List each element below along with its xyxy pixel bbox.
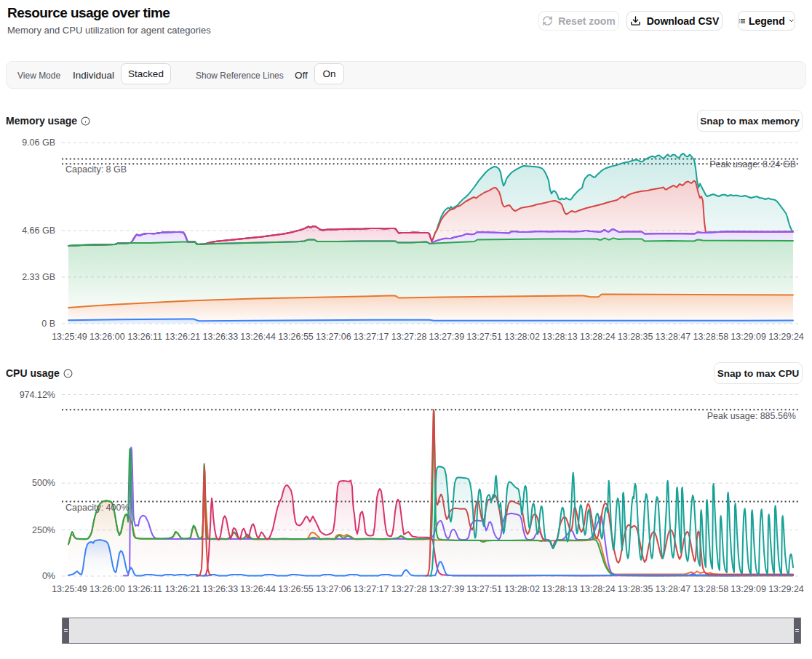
svg-text:0%: 0% [42, 571, 55, 581]
svg-text:13:28:35: 13:28:35 [618, 332, 653, 342]
svg-text:13:28:02: 13:28:02 [504, 584, 540, 594]
svg-text:13:29:24: 13:29:24 [768, 332, 804, 342]
svg-text:13:27:39: 13:27:39 [429, 584, 465, 594]
svg-text:13:26:55: 13:26:55 [278, 584, 314, 594]
svg-text:13:28:35: 13:28:35 [618, 584, 653, 594]
svg-text:13:28:47: 13:28:47 [656, 332, 691, 342]
svg-text:13:25:49: 13:25:49 [52, 332, 87, 342]
svg-text:Capacity: 8 GB: Capacity: 8 GB [65, 164, 127, 175]
svg-text:13:27:06: 13:27:06 [316, 584, 351, 594]
svg-text:13:28:02: 13:28:02 [504, 332, 540, 342]
svg-text:13:26:33: 13:26:33 [203, 584, 239, 594]
svg-text:13:28:58: 13:28:58 [693, 584, 728, 594]
svg-text:0 B: 0 B [41, 319, 55, 329]
svg-text:13:28:47: 13:28:47 [656, 584, 691, 594]
svg-text:Capacity: 400%: Capacity: 400% [65, 503, 130, 513]
svg-text:13:27:28: 13:27:28 [391, 584, 427, 594]
svg-text:13:25:49: 13:25:49 [52, 584, 87, 594]
svg-text:974.12%: 974.12% [20, 390, 55, 400]
svg-text:13:26:00: 13:26:00 [89, 584, 125, 594]
svg-text:13:27:06: 13:27:06 [316, 332, 351, 342]
svg-text:500%: 500% [32, 478, 55, 488]
svg-text:13:28:24: 13:28:24 [580, 584, 616, 594]
svg-text:13:28:58: 13:28:58 [693, 332, 728, 342]
svg-text:13:28:24: 13:28:24 [580, 332, 616, 342]
svg-text:2.33 GB: 2.33 GB [22, 272, 55, 282]
svg-text:13:27:17: 13:27:17 [354, 332, 389, 342]
svg-text:13:26:11: 13:26:11 [127, 332, 162, 342]
svg-text:13:27:51: 13:27:51 [466, 584, 502, 594]
svg-text:13:26:21: 13:26:21 [165, 584, 201, 594]
svg-text:9.06 GB: 9.06 GB [22, 137, 55, 148]
svg-text:13:26:11: 13:26:11 [127, 584, 162, 594]
svg-text:13:29:09: 13:29:09 [731, 584, 766, 594]
svg-text:13:29:24: 13:29:24 [768, 584, 804, 594]
svg-text:13:29:09: 13:29:09 [731, 332, 766, 342]
svg-text:13:26:55: 13:26:55 [278, 332, 314, 342]
svg-text:13:27:51: 13:27:51 [466, 332, 502, 342]
svg-text:250%: 250% [32, 525, 55, 535]
svg-text:13:26:44: 13:26:44 [240, 584, 276, 594]
svg-text:13:26:21: 13:26:21 [165, 332, 201, 342]
svg-text:13:27:28: 13:27:28 [391, 332, 427, 342]
svg-text:13:27:39: 13:27:39 [429, 332, 465, 342]
svg-text:13:26:00: 13:26:00 [89, 332, 125, 342]
svg-text:13:27:17: 13:27:17 [354, 584, 389, 594]
svg-text:13:28:13: 13:28:13 [542, 584, 578, 594]
svg-text:13:26:33: 13:26:33 [203, 332, 239, 342]
svg-text:Peak usage: 885.56%: Peak usage: 885.56% [707, 411, 796, 421]
svg-text:13:28:13: 13:28:13 [542, 332, 578, 342]
svg-text:4.66 GB: 4.66 GB [22, 225, 55, 236]
svg-text:Peak usage: 8.24 GB: Peak usage: 8.24 GB [709, 159, 796, 169]
svg-text:13:26:44: 13:26:44 [240, 332, 276, 342]
